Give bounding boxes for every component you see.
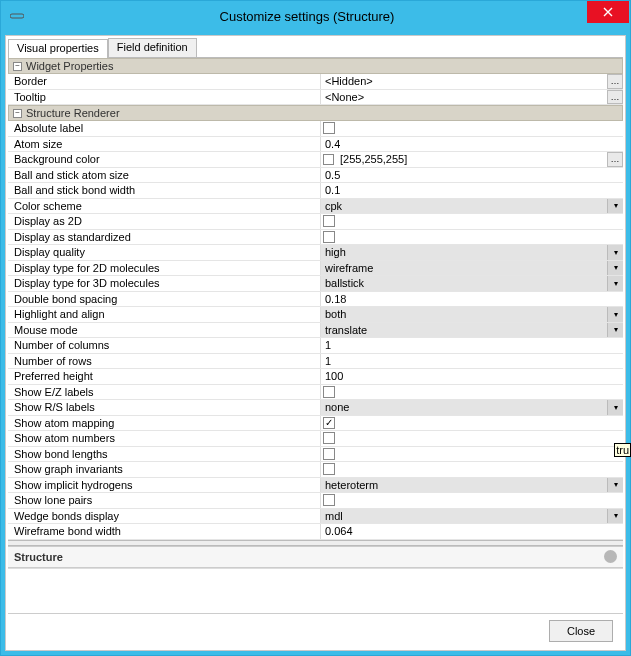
app-icon: [7, 6, 27, 26]
chevron-down-icon[interactable]: ▾: [607, 400, 623, 415]
prop-label: Background color: [8, 152, 321, 167]
prop-value-dropdown[interactable]: both ▾: [321, 307, 623, 322]
prop-label: Preferred height: [8, 369, 321, 384]
prop-value-dropdown[interactable]: none ▾: [321, 400, 623, 415]
prop-value-dropdown[interactable]: high ▾: [321, 245, 623, 260]
prop-highlight-align: Highlight and align both ▾: [8, 307, 623, 323]
section-structure-renderer[interactable]: − Structure Renderer: [8, 105, 623, 121]
property-grid: − Widget Properties Border <Hidden> … To…: [8, 58, 623, 613]
prop-ball-stick-bond: Ball and stick bond width 0.1: [8, 183, 623, 199]
prop-show-bond-lengths: Show bond lengths: [8, 447, 623, 463]
prop-value-dropdown[interactable]: translate ▾: [321, 323, 623, 338]
color-swatch: [323, 154, 334, 165]
prop-label: Number of columns: [8, 338, 321, 353]
prop-label: Display quality: [8, 245, 321, 260]
prop-display-quality: Display quality high ▾: [8, 245, 623, 261]
collapse-icon[interactable]: −: [13, 62, 22, 71]
prop-value[interactable]: [321, 385, 623, 400]
button-bar: Close: [8, 613, 623, 648]
checkbox[interactable]: [323, 122, 335, 134]
prop-value-border[interactable]: <Hidden> …: [321, 74, 623, 89]
chevron-down-icon[interactable]: ▾: [607, 323, 623, 338]
chevron-down-icon[interactable]: ▾: [607, 245, 623, 260]
chevron-down-icon[interactable]: ▾: [607, 276, 623, 291]
prop-show-rs-labels: Show R/S labels none ▾: [8, 400, 623, 416]
prop-wedge-bonds-display: Wedge bonds display mdl ▾: [8, 509, 623, 525]
prop-value[interactable]: [321, 214, 623, 229]
prop-label: Absolute label: [8, 121, 321, 136]
prop-label: Display type for 2D molecules: [8, 261, 321, 276]
prop-value[interactable]: 0.4: [321, 137, 623, 152]
prop-label: Double bond spacing: [8, 292, 321, 307]
prop-show-atom-mapping: Show atom mapping ✓: [8, 416, 623, 432]
checkbox[interactable]: [323, 231, 335, 243]
prop-label: Wedge bonds display: [8, 509, 321, 524]
prop-show-lone-pairs: Show lone pairs: [8, 493, 623, 509]
checkbox-checked[interactable]: ✓: [323, 417, 335, 429]
prop-label: Number of rows: [8, 354, 321, 369]
prop-value[interactable]: 0.1: [321, 183, 623, 198]
prop-value-dropdown[interactable]: wireframe ▾: [321, 261, 623, 276]
tab-field-definition[interactable]: Field definition: [108, 38, 197, 57]
prop-value-tooltip[interactable]: <None> …: [321, 90, 623, 105]
ellipsis-icon[interactable]: …: [607, 74, 623, 89]
description-area: [8, 568, 623, 569]
prop-value[interactable]: ✓: [321, 416, 623, 431]
ellipsis-icon[interactable]: …: [607, 152, 623, 167]
prop-label: Show lone pairs: [8, 493, 321, 508]
prop-value[interactable]: 100: [321, 369, 623, 384]
prop-label: Show bond lengths: [8, 447, 321, 462]
prop-tooltip: Tooltip <None> …: [8, 90, 623, 106]
prop-display-type-2d: Display type for 2D molecules wireframe …: [8, 261, 623, 277]
prop-show-graph-invariants: Show graph invariants: [8, 462, 623, 478]
chevron-down-icon[interactable]: ▾: [607, 307, 623, 322]
prop-value[interactable]: [321, 121, 623, 136]
prop-double-bond-spacing: Double bond spacing 0.18: [8, 292, 623, 308]
chevron-down-icon[interactable]: ▾: [607, 509, 623, 524]
prop-label: Display type for 3D molecules: [8, 276, 321, 291]
prop-show-atom-numbers: Show atom numbers: [8, 431, 623, 447]
prop-value[interactable]: 0.18: [321, 292, 623, 307]
checkbox[interactable]: [323, 448, 335, 460]
section-widget-properties[interactable]: − Widget Properties: [8, 58, 623, 74]
checkbox[interactable]: [323, 463, 335, 475]
tab-visual-properties[interactable]: Visual properties: [8, 39, 108, 58]
prop-value[interactable]: 1: [321, 338, 623, 353]
prop-ball-stick-atom: Ball and stick atom size 0.5: [8, 168, 623, 184]
prop-value-dropdown[interactable]: ballstick ▾: [321, 276, 623, 291]
prop-label: Wireframe bond width: [8, 524, 321, 539]
ellipsis-icon[interactable]: …: [607, 90, 623, 105]
prop-value-dropdown[interactable]: mdl ▾: [321, 509, 623, 524]
prop-value[interactable]: [255,255,255] …: [321, 152, 623, 167]
prop-value[interactable]: [321, 493, 623, 508]
chevron-down-icon[interactable]: ▾: [607, 261, 623, 276]
chevron-down-icon[interactable]: ▾: [607, 199, 623, 214]
checkbox[interactable]: [323, 494, 335, 506]
prop-label: Show graph invariants: [8, 462, 321, 477]
prop-value[interactable]: [321, 447, 623, 462]
prop-mouse-mode: Mouse mode translate ▾: [8, 323, 623, 339]
prop-label: Show atom mapping: [8, 416, 321, 431]
close-button[interactable]: Close: [549, 620, 613, 642]
chevron-down-icon[interactable]: ▾: [607, 478, 623, 493]
prop-value[interactable]: [321, 230, 623, 245]
prop-value-dropdown[interactable]: heteroterm ▾: [321, 478, 623, 493]
prop-value[interactable]: [321, 431, 623, 446]
prop-value[interactable]: 0.064: [321, 524, 623, 539]
status-indicator-icon: [604, 550, 617, 563]
titlebar: Customize settings (Structure): [1, 1, 630, 31]
prop-value[interactable]: [321, 462, 623, 477]
checkbox[interactable]: [323, 432, 335, 444]
prop-label: Display as standardized: [8, 230, 321, 245]
prop-border: Border <Hidden> …: [8, 74, 623, 90]
collapse-icon[interactable]: −: [13, 109, 22, 118]
prop-label: Mouse mode: [8, 323, 321, 338]
svg-rect-0: [10, 14, 24, 18]
prop-display-standardized: Display as standardized: [8, 230, 623, 246]
prop-value-dropdown[interactable]: cpk ▾: [321, 199, 623, 214]
checkbox[interactable]: [323, 215, 335, 227]
prop-value[interactable]: 0.5: [321, 168, 623, 183]
checkbox[interactable]: [323, 386, 335, 398]
window-close-button[interactable]: [587, 1, 629, 23]
prop-value[interactable]: 1: [321, 354, 623, 369]
